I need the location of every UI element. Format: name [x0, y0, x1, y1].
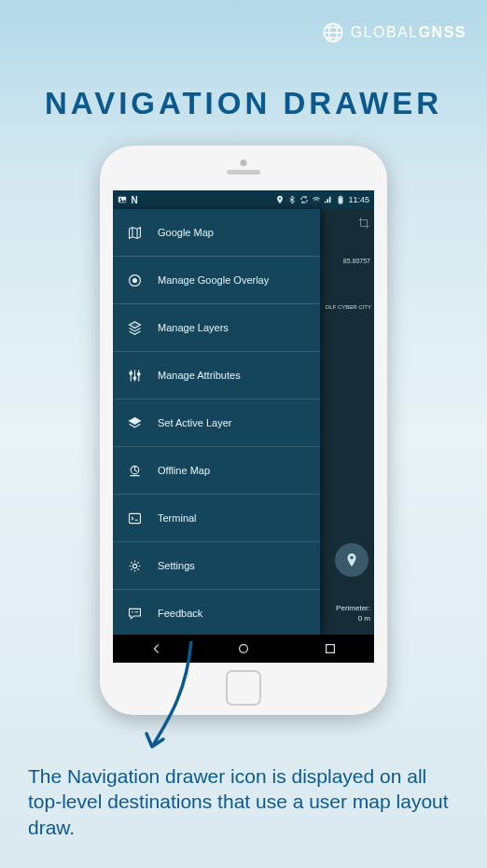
nav-item-overlay[interactable]: Manage Google Overlay	[113, 257, 320, 304]
nav-item-layers[interactable]: Manage Layers	[113, 304, 320, 352]
nav-item-feedback[interactable]: Feedback	[113, 590, 320, 635]
perimeter-readout: Perimeter: 0 m	[336, 604, 370, 623]
feedback-icon	[126, 605, 143, 622]
terminal-icon	[126, 510, 143, 526]
svg-point-3	[120, 198, 122, 200]
nav-item-label: Feedback	[158, 608, 202, 619]
sliders-icon	[126, 367, 143, 384]
svg-point-10	[132, 277, 136, 282]
n-icon: N	[130, 195, 139, 204]
nav-item-label: Settings	[158, 560, 195, 571]
map-icon	[126, 224, 143, 241]
description-text: The Navigation drawer icon is displayed …	[28, 763, 459, 840]
sync-icon	[299, 195, 309, 204]
status-right: 11:45	[275, 195, 369, 204]
bluetooth-icon	[287, 195, 297, 204]
brand-suffix: GNSS	[419, 24, 466, 40]
battery-icon	[336, 195, 345, 204]
nav-item-terminal[interactable]: Terminal	[113, 495, 320, 542]
svg-point-13	[137, 372, 140, 375]
svg-point-4	[279, 198, 281, 200]
app-top-icons	[357, 217, 370, 230]
svg-point-12	[133, 376, 136, 379]
nav-item-attributes[interactable]: Manage Attributes	[113, 352, 320, 399]
svg-rect-6	[341, 196, 342, 197]
phone-mockup: N 11	[100, 146, 387, 715]
perimeter-label: Perimeter:	[336, 604, 370, 613]
nav-item-label: Set Active Layer	[158, 417, 232, 428]
status-left: N	[118, 195, 139, 204]
location-fab[interactable]	[335, 543, 369, 577]
svg-point-16	[132, 564, 136, 567]
home-button[interactable]	[237, 642, 250, 655]
nav-item-settings[interactable]: Settings	[113, 542, 320, 590]
crop-icon[interactable]	[357, 217, 370, 230]
nav-item-label: Manage Google Overlay	[158, 274, 269, 286]
image-icon	[118, 195, 127, 204]
offline-map-icon	[126, 462, 143, 479]
overlay-icon	[126, 272, 143, 288]
svg-point-11	[129, 371, 132, 374]
active-layer-icon	[126, 414, 143, 431]
svg-rect-18	[327, 645, 335, 653]
nav-item-label: Manage Layers	[158, 322, 229, 333]
callout-arrow	[135, 637, 210, 758]
phone-screen: N 11	[113, 190, 374, 663]
svg-rect-15	[129, 513, 140, 523]
layers-icon	[126, 319, 143, 336]
brand-logo: GLOBALGNSS	[321, 21, 466, 45]
phone-home-button	[226, 670, 261, 706]
nav-item-label: Terminal	[158, 512, 197, 524]
brand-prefix: GLOBAL	[351, 24, 419, 40]
wifi-icon	[312, 195, 321, 204]
recent-button[interactable]	[324, 642, 337, 655]
nav-item-label: Manage Attributes	[158, 370, 241, 381]
map-coords: 85.80757	[343, 258, 370, 264]
perimeter-value: 0 m	[336, 614, 370, 623]
nav-item-label: Google Map	[158, 227, 214, 238]
settings-icon	[126, 557, 143, 574]
svg-point-17	[240, 645, 248, 653]
nav-item-active-layer[interactable]: Set Active Layer	[113, 399, 320, 447]
nav-item-google-map[interactable]: Google Map	[113, 209, 320, 257]
signal-icon	[324, 195, 333, 204]
status-bar: N 11	[113, 190, 374, 209]
navigation-drawer: Google Map Manage Google Overlay Manage …	[113, 209, 320, 635]
nav-item-label: Offline Map	[158, 465, 210, 476]
map-place-label: DLF CYBER CITY	[326, 304, 371, 310]
status-time: 11:45	[348, 195, 369, 204]
svg-point-8	[350, 556, 354, 560]
svg-rect-7	[340, 198, 342, 203]
location-icon	[275, 195, 285, 204]
page-title: NAVIGATION DRAWER	[0, 86, 487, 121]
nav-item-offline-map[interactable]: Offline Map	[113, 447, 320, 495]
